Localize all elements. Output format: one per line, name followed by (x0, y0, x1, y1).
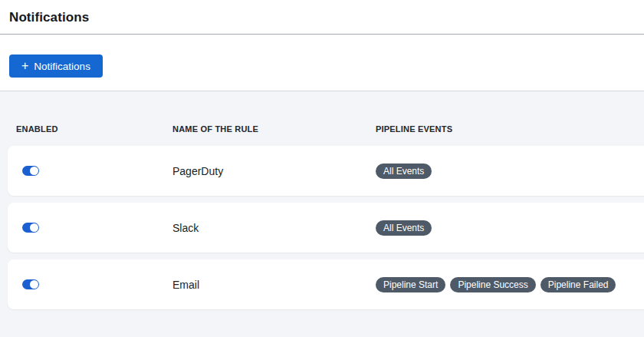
rule-name: Email (172, 279, 376, 291)
pipeline-event-badge: Pipeline Success (450, 277, 535, 292)
toolbar: + Notifications (0, 35, 644, 91)
column-header-enabled: ENABLED (16, 124, 172, 134)
rule-name: PagerDuty (172, 165, 376, 177)
pipeline-events-cell: Pipeline StartPipeline SuccessPipeline F… (376, 277, 644, 292)
pipeline-event-badge: Pipeline Failed (540, 277, 616, 292)
enabled-cell (16, 223, 172, 233)
page-header: Notifications (0, 0, 644, 35)
table-body: PagerDuty All Events Slack All Events Em… (0, 146, 644, 309)
plus-icon: + (21, 60, 28, 72)
add-notification-button[interactable]: + Notifications (9, 55, 103, 78)
enabled-cell (16, 279, 172, 289)
notifications-table: ENABLED NAME OF THE RULE PIPELINE EVENTS… (0, 91, 644, 337)
pipeline-event-badge: All Events (376, 220, 432, 236)
toggle-knob (30, 167, 38, 175)
column-header-name: NAME OF THE RULE (172, 124, 376, 134)
pipeline-events-cell: All Events (376, 164, 644, 179)
enabled-toggle[interactable] (22, 279, 39, 289)
enabled-cell (16, 166, 172, 176)
table-header-row: ENABLED NAME OF THE RULE PIPELINE EVENTS (0, 91, 644, 146)
pipeline-event-badge: All Events (376, 164, 432, 179)
enabled-toggle[interactable] (22, 223, 39, 233)
table-row: PagerDuty All Events (8, 146, 644, 196)
pipeline-events-cell: All Events (376, 220, 644, 236)
rule-name: Slack (172, 222, 376, 234)
page-title: Notifications (9, 10, 635, 25)
column-header-pipeline-events: PIPELINE EVENTS (376, 124, 644, 134)
enabled-toggle[interactable] (22, 166, 39, 176)
toggle-knob (30, 280, 38, 289)
toggle-knob (30, 223, 38, 232)
add-notification-button-label: Notifications (34, 61, 90, 72)
pipeline-event-badge: Pipeline Start (376, 277, 445, 292)
table-row: Slack All Events (8, 203, 644, 253)
table-row: Email Pipeline StartPipeline SuccessPipe… (8, 259, 644, 309)
